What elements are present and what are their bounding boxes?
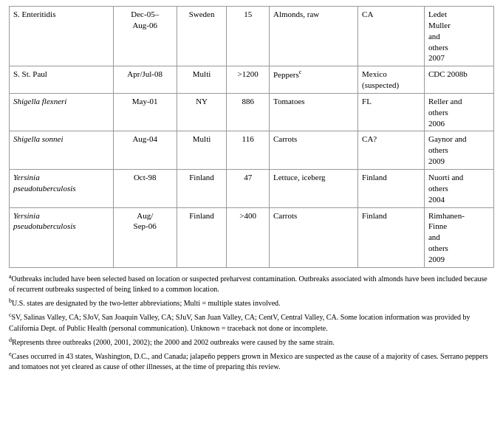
table-row: YersiniapseudotuberculosisOct-98Finland4… [10,169,494,207]
organism-cell: Shigella flexneri [10,93,114,131]
footnote-item: aOutbreaks included have been selected b… [9,272,494,294]
state-cell: Mexico(suspected) [358,66,425,94]
location-cell: Multi [177,66,226,94]
organism-cell: Yersiniapseudotuberculosis [10,169,114,207]
reference-cell: Rimhanen-Finneandothers2009 [424,207,493,267]
vehicle-cell: Tomatoes [269,93,357,131]
footnote-item: eCases occurred in 43 states, Washington… [9,350,494,372]
reference-cell: LedetMullerandothers2007 [424,7,493,66]
reference-cell: CDC 2008b [424,66,493,94]
table-row: Shigella flexneriMay-01NY886TomatoesFLRe… [10,93,494,131]
footnote-item: cSV, Salinas Valley, CA; SJoV, San Joaqu… [9,311,494,333]
location-cell: Sweden [177,7,226,66]
reference-cell: Gaynor andothers2009 [424,131,493,170]
table-row: YersiniapseudotuberculosisAug/Sep-06Finl… [10,207,494,267]
outbreak-table: S. EnteritidisDec-05–Aug-06Sweden15Almon… [9,6,494,268]
state-cell: FL [358,93,425,131]
organism-cell: Shigella sonnei [10,131,114,170]
location-cell: NY [177,93,226,131]
cases-cell: >1200 [227,66,270,94]
vehicle-cell: Peppersc [269,66,357,94]
footnotes-section: aOutbreaks included have been selected b… [9,272,494,373]
vehicle-cell: Lettuce, iceberg [269,169,357,207]
cases-cell: 47 [227,169,270,207]
cases-cell: 15 [227,7,270,66]
location-cell: Finland [177,207,226,267]
state-cell: Finland [358,169,425,207]
reference-cell: Reller andothers2006 [424,93,493,131]
table-row: S. St. PaulApr/Jul-08Multi>1200PepperscM… [10,66,494,94]
vehicle-cell: Carrots [269,131,357,170]
date-cell: Aug-04 [113,131,177,170]
reference-cell: Nuorti andothers2004 [424,169,493,207]
date-cell: Aug/Sep-06 [113,207,177,267]
state-cell: CA? [358,131,425,170]
date-cell: Dec-05–Aug-06 [113,7,177,66]
organism-cell: Yersiniapseudotuberculosis [10,207,114,267]
cases-cell: >400 [227,207,270,267]
location-cell: Multi [177,131,226,170]
cases-cell: 886 [227,93,270,131]
location-cell: Finland [177,169,226,207]
organism-cell: S. St. Paul [10,66,114,94]
vehicle-cell: Almonds, raw [269,7,357,66]
date-cell: Apr/Jul-08 [113,66,177,94]
footnote-item: dRepresents three outbreaks (2000, 2001,… [9,336,494,348]
date-cell: Oct-98 [113,169,177,207]
state-cell: CA [358,7,425,66]
organism-cell: S. Enteritidis [10,7,114,66]
vehicle-cell: Carrots [269,207,357,267]
date-cell: May-01 [113,93,177,131]
state-cell: Finland [358,207,425,267]
footnote-item: bU.S. states are designated by the two-l… [9,297,494,309]
cases-cell: 116 [227,131,270,170]
table-row: S. EnteritidisDec-05–Aug-06Sweden15Almon… [10,7,494,66]
table-row: Shigella sonneiAug-04Multi116CarrotsCA?G… [10,131,494,170]
